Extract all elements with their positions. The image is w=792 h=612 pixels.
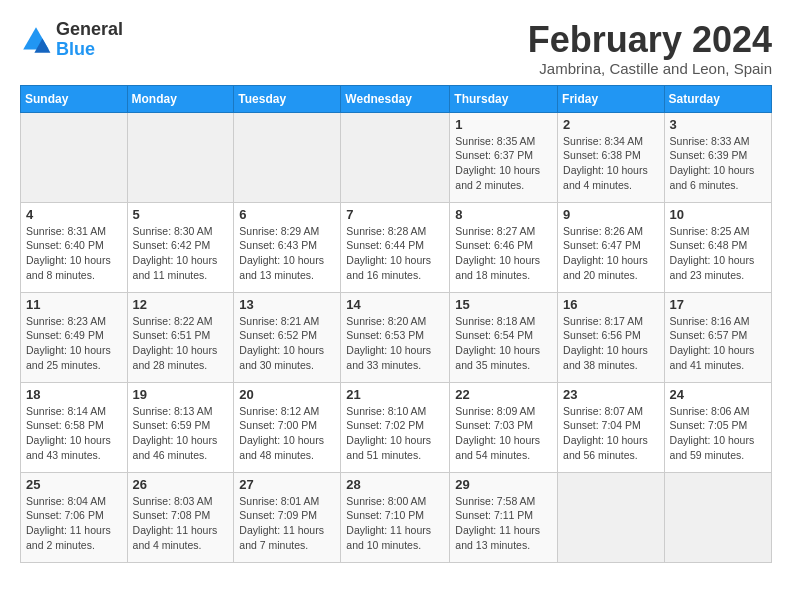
day-info: Sunrise: 8:35 AM Sunset: 6:37 PM Dayligh… <box>455 134 552 193</box>
day-info: Sunrise: 8:01 AM Sunset: 7:09 PM Dayligh… <box>239 494 335 553</box>
day-number: 11 <box>26 297 122 312</box>
day-info: Sunrise: 8:17 AM Sunset: 6:56 PM Dayligh… <box>563 314 659 373</box>
day-info: Sunrise: 8:26 AM Sunset: 6:47 PM Dayligh… <box>563 224 659 283</box>
day-number: 3 <box>670 117 766 132</box>
day-number: 2 <box>563 117 659 132</box>
day-info: Sunrise: 8:12 AM Sunset: 7:00 PM Dayligh… <box>239 404 335 463</box>
calendar-cell: 10Sunrise: 8:25 AM Sunset: 6:48 PM Dayli… <box>664 202 771 292</box>
day-info: Sunrise: 8:28 AM Sunset: 6:44 PM Dayligh… <box>346 224 444 283</box>
day-info: Sunrise: 8:16 AM Sunset: 6:57 PM Dayligh… <box>670 314 766 373</box>
calendar-cell <box>234 112 341 202</box>
day-number: 26 <box>133 477 229 492</box>
calendar-cell: 16Sunrise: 8:17 AM Sunset: 6:56 PM Dayli… <box>558 292 665 382</box>
calendar-cell: 7Sunrise: 8:28 AM Sunset: 6:44 PM Daylig… <box>341 202 450 292</box>
calendar-cell: 13Sunrise: 8:21 AM Sunset: 6:52 PM Dayli… <box>234 292 341 382</box>
day-number: 20 <box>239 387 335 402</box>
day-number: 12 <box>133 297 229 312</box>
day-info: Sunrise: 8:30 AM Sunset: 6:42 PM Dayligh… <box>133 224 229 283</box>
day-info: Sunrise: 8:31 AM Sunset: 6:40 PM Dayligh… <box>26 224 122 283</box>
day-header-wednesday: Wednesday <box>341 85 450 112</box>
day-number: 24 <box>670 387 766 402</box>
day-info: Sunrise: 8:25 AM Sunset: 6:48 PM Dayligh… <box>670 224 766 283</box>
calendar-cell: 24Sunrise: 8:06 AM Sunset: 7:05 PM Dayli… <box>664 382 771 472</box>
calendar-cell: 14Sunrise: 8:20 AM Sunset: 6:53 PM Dayli… <box>341 292 450 382</box>
day-number: 23 <box>563 387 659 402</box>
day-number: 6 <box>239 207 335 222</box>
calendar-cell: 25Sunrise: 8:04 AM Sunset: 7:06 PM Dayli… <box>21 472 128 562</box>
calendar-cell: 8Sunrise: 8:27 AM Sunset: 6:46 PM Daylig… <box>450 202 558 292</box>
day-number: 19 <box>133 387 229 402</box>
logo: General Blue <box>20 20 123 60</box>
day-info: Sunrise: 8:22 AM Sunset: 6:51 PM Dayligh… <box>133 314 229 373</box>
calendar-cell: 28Sunrise: 8:00 AM Sunset: 7:10 PM Dayli… <box>341 472 450 562</box>
calendar-cell: 2Sunrise: 8:34 AM Sunset: 6:38 PM Daylig… <box>558 112 665 202</box>
calendar-cell: 23Sunrise: 8:07 AM Sunset: 7:04 PM Dayli… <box>558 382 665 472</box>
calendar-cell: 15Sunrise: 8:18 AM Sunset: 6:54 PM Dayli… <box>450 292 558 382</box>
day-info: Sunrise: 8:09 AM Sunset: 7:03 PM Dayligh… <box>455 404 552 463</box>
day-info: Sunrise: 8:14 AM Sunset: 6:58 PM Dayligh… <box>26 404 122 463</box>
calendar-cell: 6Sunrise: 8:29 AM Sunset: 6:43 PM Daylig… <box>234 202 341 292</box>
calendar-cell <box>664 472 771 562</box>
calendar-cell: 27Sunrise: 8:01 AM Sunset: 7:09 PM Dayli… <box>234 472 341 562</box>
day-header-thursday: Thursday <box>450 85 558 112</box>
calendar-table: SundayMondayTuesdayWednesdayThursdayFrid… <box>20 85 772 563</box>
day-number: 18 <box>26 387 122 402</box>
calendar-cell: 29Sunrise: 7:58 AM Sunset: 7:11 PM Dayli… <box>450 472 558 562</box>
header: General Blue February 2024 Jambrina, Cas… <box>20 20 772 77</box>
day-header-friday: Friday <box>558 85 665 112</box>
calendar-week-3: 11Sunrise: 8:23 AM Sunset: 6:49 PM Dayli… <box>21 292 772 382</box>
calendar-cell: 5Sunrise: 8:30 AM Sunset: 6:42 PM Daylig… <box>127 202 234 292</box>
day-header-tuesday: Tuesday <box>234 85 341 112</box>
day-number: 25 <box>26 477 122 492</box>
calendar-cell: 11Sunrise: 8:23 AM Sunset: 6:49 PM Dayli… <box>21 292 128 382</box>
month-title: February 2024 <box>528 20 772 60</box>
calendar-cell: 20Sunrise: 8:12 AM Sunset: 7:00 PM Dayli… <box>234 382 341 472</box>
title-area: February 2024 Jambrina, Castille and Leo… <box>528 20 772 77</box>
calendar-cell: 22Sunrise: 8:09 AM Sunset: 7:03 PM Dayli… <box>450 382 558 472</box>
logo-icon <box>20 24 52 56</box>
logo-text: General Blue <box>56 20 123 60</box>
calendar-cell <box>127 112 234 202</box>
day-number: 4 <box>26 207 122 222</box>
day-number: 9 <box>563 207 659 222</box>
day-info: Sunrise: 8:06 AM Sunset: 7:05 PM Dayligh… <box>670 404 766 463</box>
day-number: 22 <box>455 387 552 402</box>
day-number: 13 <box>239 297 335 312</box>
location-title: Jambrina, Castille and Leon, Spain <box>528 60 772 77</box>
calendar-cell: 4Sunrise: 8:31 AM Sunset: 6:40 PM Daylig… <box>21 202 128 292</box>
calendar-cell: 19Sunrise: 8:13 AM Sunset: 6:59 PM Dayli… <box>127 382 234 472</box>
day-number: 8 <box>455 207 552 222</box>
day-number: 16 <box>563 297 659 312</box>
day-header-saturday: Saturday <box>664 85 771 112</box>
day-info: Sunrise: 8:03 AM Sunset: 7:08 PM Dayligh… <box>133 494 229 553</box>
calendar-cell <box>21 112 128 202</box>
calendar-cell: 21Sunrise: 8:10 AM Sunset: 7:02 PM Dayli… <box>341 382 450 472</box>
day-info: Sunrise: 8:29 AM Sunset: 6:43 PM Dayligh… <box>239 224 335 283</box>
day-info: Sunrise: 8:04 AM Sunset: 7:06 PM Dayligh… <box>26 494 122 553</box>
calendar-cell: 26Sunrise: 8:03 AM Sunset: 7:08 PM Dayli… <box>127 472 234 562</box>
day-info: Sunrise: 7:58 AM Sunset: 7:11 PM Dayligh… <box>455 494 552 553</box>
day-number: 7 <box>346 207 444 222</box>
day-header-monday: Monday <box>127 85 234 112</box>
day-info: Sunrise: 8:10 AM Sunset: 7:02 PM Dayligh… <box>346 404 444 463</box>
calendar-cell: 12Sunrise: 8:22 AM Sunset: 6:51 PM Dayli… <box>127 292 234 382</box>
day-info: Sunrise: 8:34 AM Sunset: 6:38 PM Dayligh… <box>563 134 659 193</box>
day-number: 1 <box>455 117 552 132</box>
day-number: 14 <box>346 297 444 312</box>
day-info: Sunrise: 8:18 AM Sunset: 6:54 PM Dayligh… <box>455 314 552 373</box>
day-info: Sunrise: 8:23 AM Sunset: 6:49 PM Dayligh… <box>26 314 122 373</box>
day-info: Sunrise: 8:13 AM Sunset: 6:59 PM Dayligh… <box>133 404 229 463</box>
day-info: Sunrise: 8:27 AM Sunset: 6:46 PM Dayligh… <box>455 224 552 283</box>
day-number: 29 <box>455 477 552 492</box>
day-header-sunday: Sunday <box>21 85 128 112</box>
calendar-cell: 1Sunrise: 8:35 AM Sunset: 6:37 PM Daylig… <box>450 112 558 202</box>
calendar-week-5: 25Sunrise: 8:04 AM Sunset: 7:06 PM Dayli… <box>21 472 772 562</box>
calendar-week-2: 4Sunrise: 8:31 AM Sunset: 6:40 PM Daylig… <box>21 202 772 292</box>
calendar-cell <box>558 472 665 562</box>
day-number: 27 <box>239 477 335 492</box>
day-number: 21 <box>346 387 444 402</box>
day-info: Sunrise: 8:07 AM Sunset: 7:04 PM Dayligh… <box>563 404 659 463</box>
day-number: 15 <box>455 297 552 312</box>
day-info: Sunrise: 8:21 AM Sunset: 6:52 PM Dayligh… <box>239 314 335 373</box>
calendar-body: 1Sunrise: 8:35 AM Sunset: 6:37 PM Daylig… <box>21 112 772 562</box>
